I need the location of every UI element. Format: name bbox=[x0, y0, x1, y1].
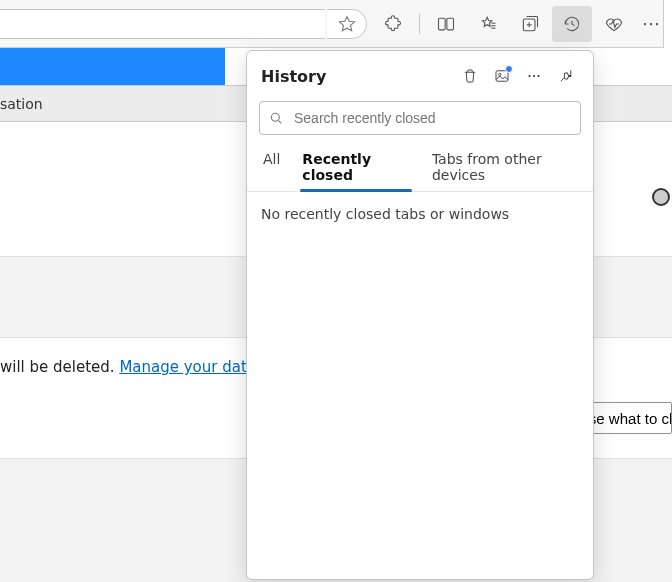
history-tab-other-devices[interactable]: Tabs from other devices bbox=[430, 145, 579, 191]
history-icon bbox=[562, 14, 582, 34]
history-tabs: All Recently closed Tabs from other devi… bbox=[247, 145, 593, 192]
browser-toolbar: ⋯ bbox=[0, 0, 672, 48]
more-horizontal-icon bbox=[525, 67, 543, 85]
performance-button[interactable] bbox=[594, 6, 634, 42]
history-title: History bbox=[261, 67, 326, 86]
history-search-input[interactable] bbox=[294, 110, 572, 126]
favorites-button[interactable] bbox=[468, 6, 508, 42]
history-image-button[interactable] bbox=[487, 61, 517, 91]
data-text-fragment: will be deleted. bbox=[0, 358, 119, 376]
history-tab-recently-closed[interactable]: Recently closed bbox=[300, 145, 412, 191]
split-screen-button[interactable] bbox=[426, 6, 466, 42]
svg-point-12 bbox=[537, 75, 539, 77]
favorite-star-button[interactable] bbox=[327, 9, 367, 39]
pin-icon bbox=[557, 67, 575, 85]
heartbeat-icon bbox=[604, 14, 624, 34]
svg-rect-1 bbox=[447, 18, 454, 30]
more-button[interactable]: ⋯ bbox=[636, 6, 666, 42]
svg-rect-0 bbox=[439, 18, 446, 30]
loading-spinner-icon bbox=[652, 188, 670, 206]
manage-data-link[interactable]: Manage your data bbox=[119, 358, 256, 376]
svg-point-11 bbox=[533, 75, 535, 77]
toolbar-divider bbox=[419, 14, 420, 34]
split-icon bbox=[436, 14, 456, 34]
svg-point-14 bbox=[271, 113, 279, 121]
page-tab-fragment[interactable]: sation bbox=[0, 96, 43, 112]
star-list-icon bbox=[478, 14, 498, 34]
history-body: No recently closed tabs or windows bbox=[247, 192, 593, 579]
search-icon bbox=[268, 110, 284, 126]
history-empty-message: No recently closed tabs or windows bbox=[261, 206, 579, 222]
svg-line-13 bbox=[561, 78, 564, 81]
delete-history-button[interactable] bbox=[455, 61, 485, 91]
extensions-button[interactable] bbox=[373, 6, 413, 42]
svg-point-10 bbox=[528, 75, 530, 77]
notification-dot-icon bbox=[505, 65, 513, 73]
collections-icon bbox=[520, 14, 540, 34]
svg-point-9 bbox=[499, 73, 501, 75]
puzzle-icon bbox=[383, 14, 403, 34]
history-header: History bbox=[247, 51, 593, 97]
svg-line-15 bbox=[279, 121, 282, 124]
history-popover: History All Recently closed Tabs from ot… bbox=[246, 50, 594, 580]
history-search-box[interactable] bbox=[259, 101, 581, 135]
pin-history-button[interactable] bbox=[551, 61, 581, 91]
selected-banner-item[interactable] bbox=[0, 48, 225, 85]
history-tab-all[interactable]: All bbox=[261, 145, 282, 191]
history-more-button[interactable] bbox=[519, 61, 549, 91]
history-button[interactable] bbox=[552, 6, 592, 42]
collections-button[interactable] bbox=[510, 6, 550, 42]
window-edge bbox=[663, 0, 672, 48]
address-bar-fragment[interactable] bbox=[0, 9, 325, 39]
trash-icon bbox=[461, 67, 479, 85]
star-icon bbox=[337, 14, 357, 34]
